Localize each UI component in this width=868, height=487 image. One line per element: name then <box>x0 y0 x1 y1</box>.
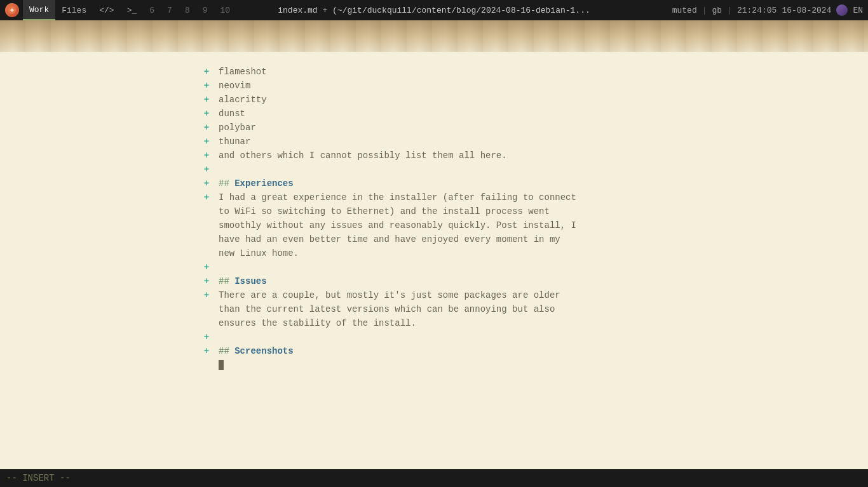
tab-files[interactable]: Files <box>55 0 93 20</box>
tab-work[interactable]: Work <box>23 0 55 20</box>
line-gutter: + <box>0 274 216 288</box>
line-gutter: + <box>0 65 216 79</box>
line-content: smoothly without any issues and reasonab… <box>216 218 868 232</box>
tab-10[interactable]: 10 <box>214 0 237 20</box>
line-content <box>216 330 868 344</box>
background-image <box>0 20 868 52</box>
editor-line: + I had a great experience in the instal… <box>0 190 868 204</box>
editor-line: new Linux home. <box>0 246 868 260</box>
diff-plus: + <box>202 93 211 107</box>
user-label: gb <box>712 6 722 15</box>
line-content: I had a great experience in the installe… <box>216 190 868 204</box>
cursor-line <box>0 358 868 372</box>
topbar: Work Files </> >_ 6 7 8 9 10 index.md + … <box>0 0 868 20</box>
line-content: There are a couple, but mostly it's just… <box>216 288 868 302</box>
editor-line: + ## Experiences <box>0 177 868 190</box>
muted-label: muted <box>672 6 697 15</box>
tab-9[interactable]: 9 <box>196 0 214 20</box>
editor-line: to WiFi so switching to Ethernet) and th… <box>0 204 868 218</box>
line-content: neovim <box>216 79 868 93</box>
tab-7[interactable]: 7 <box>161 0 179 20</box>
diff-plus: + <box>202 190 211 204</box>
line-content: than the current latest versions which c… <box>216 302 868 316</box>
line-gutter: + <box>0 93 216 107</box>
time-label: 21:24:05 <box>737 6 776 15</box>
editor-line: + dunst <box>0 107 868 121</box>
editor-line: smoothly without any issues and reasonab… <box>0 218 868 232</box>
editor-line: + ## Issues <box>0 274 868 288</box>
line-content: to WiFi so switching to Ethernet) and th… <box>216 204 868 218</box>
diff-plus: + <box>202 344 211 358</box>
tab-code[interactable]: </> <box>93 0 120 20</box>
heading-issues: ## Issues <box>216 274 868 288</box>
line-content <box>216 260 868 274</box>
topbar-right: muted | gb | 21:24:05 16-08-2024 EN <box>672 4 863 16</box>
line-content: thunar <box>216 135 868 149</box>
editor-line: + ## Screenshots <box>0 344 868 358</box>
date-label: 16-08-2024 <box>782 6 831 15</box>
diff-plus: + <box>202 163 211 177</box>
diff-plus: + <box>202 260 211 274</box>
heading-title: Experiences <box>234 178 293 189</box>
editor-line: + <box>0 260 868 274</box>
line-gutter: + <box>0 190 216 204</box>
editor-line: than the current latest versions which c… <box>0 302 868 316</box>
line-gutter: + <box>0 330 216 344</box>
diff-plus: + <box>202 149 211 163</box>
diff-plus: + <box>202 330 211 344</box>
editor-line: have had an even better time and have en… <box>0 232 868 246</box>
line-gutter: + <box>0 163 216 177</box>
line-content: flameshot <box>216 65 868 79</box>
editor-line: + flameshot <box>0 65 868 79</box>
line-content: and others which I cannot possibly list … <box>216 149 868 163</box>
line-content: alacritty <box>216 93 868 107</box>
heading-hash: ## <box>219 276 234 286</box>
line-content: polybar <box>216 121 868 135</box>
diff-plus: + <box>202 274 211 288</box>
line-content: new Linux home. <box>216 246 868 260</box>
diff-plus: + <box>202 288 211 302</box>
tab-terminal[interactable]: >_ <box>121 0 144 20</box>
line-gutter: + <box>0 149 216 163</box>
editor-line: + <box>0 330 868 344</box>
heading-title: Issues <box>234 276 266 286</box>
separator-2: | <box>727 6 732 15</box>
line-gutter: + <box>0 107 216 121</box>
line-content: ensures the stability of the install. <box>216 316 868 330</box>
app-icon <box>5 3 19 17</box>
heading-title: Screenshots <box>234 346 293 356</box>
topbar-filename: index.md + (~/git/duckquill/content/blog… <box>278 6 590 15</box>
diff-plus: + <box>202 79 211 93</box>
lang-icon <box>836 4 848 16</box>
line-content: have had an even better time and have en… <box>216 232 868 246</box>
tab-8[interactable]: 8 <box>179 0 196 20</box>
line-gutter: + <box>0 121 216 135</box>
tab-6[interactable]: 6 <box>143 0 161 20</box>
heading-experiences: ## Experiences <box>216 177 868 190</box>
line-content: dunst <box>216 107 868 121</box>
heading-hash: ## <box>219 346 234 356</box>
line-gutter: + <box>0 260 216 274</box>
line-gutter: + <box>0 288 216 302</box>
line-content <box>216 358 868 372</box>
vim-mode: -- INSERT -- <box>6 473 71 483</box>
diff-plus: + <box>202 121 211 135</box>
line-gutter: + <box>0 344 216 358</box>
editor-line: + There are a couple, but mostly it's ju… <box>0 288 868 302</box>
statusbar: -- INSERT -- <box>0 469 868 487</box>
line-gutter: + <box>0 79 216 93</box>
line-content <box>216 163 868 177</box>
heading-screenshots: ## Screenshots <box>216 344 868 358</box>
editor-line: ensures the stability of the install. <box>0 316 868 330</box>
editor-line: + neovim <box>0 79 868 93</box>
editor-line: + <box>0 163 868 177</box>
editor-line: + polybar <box>0 121 868 135</box>
editor-line: + thunar <box>0 135 868 149</box>
editor-line: + and others which I cannot possibly lis… <box>0 149 868 163</box>
diff-plus: + <box>202 107 211 121</box>
diff-plus: + <box>202 177 211 190</box>
heading-hash: ## <box>219 178 234 189</box>
lang-label: EN <box>853 6 863 15</box>
diff-plus: + <box>202 65 211 79</box>
text-cursor <box>219 360 224 370</box>
